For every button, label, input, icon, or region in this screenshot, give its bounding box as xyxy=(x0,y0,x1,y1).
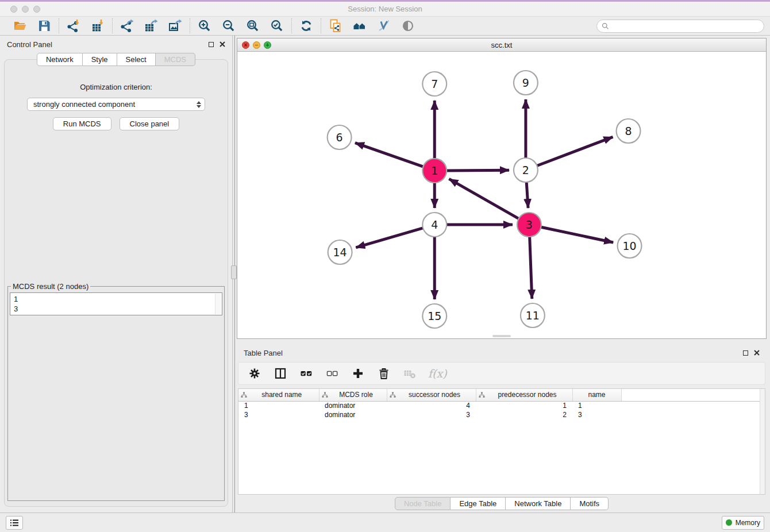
table-panel-header: Table Panel xyxy=(237,344,767,361)
tab-mcds[interactable]: MCDS xyxy=(156,53,195,66)
column-header-shared-name[interactable]: shared name xyxy=(238,389,319,401)
edge-4-14[interactable] xyxy=(356,228,423,248)
tab-node-table[interactable]: Node Table xyxy=(395,497,451,510)
panel-splitter[interactable] xyxy=(232,36,235,512)
cell-predecessor-nodes[interactable]: 1 xyxy=(476,401,572,410)
search-input[interactable] xyxy=(611,22,759,30)
network-node-2[interactable]: 2 xyxy=(514,158,538,182)
network-from-selection-button[interactable] xyxy=(328,18,343,33)
export-table-button[interactable] xyxy=(144,18,159,33)
create-column-button[interactable] xyxy=(351,366,365,381)
import-network-button[interactable] xyxy=(66,18,81,33)
edge-3-11[interactable] xyxy=(530,237,532,299)
apply-layout-button[interactable] xyxy=(299,18,314,33)
edge-3-1[interactable] xyxy=(449,179,518,218)
memory-button[interactable]: Memory xyxy=(722,516,764,530)
column-header-name[interactable]: name xyxy=(572,389,621,401)
network-node-11[interactable]: 11 xyxy=(521,303,545,327)
network-node-14[interactable]: 14 xyxy=(328,240,352,264)
mcds-result-text[interactable]: 1 3 xyxy=(10,293,222,315)
zoom-in-button[interactable] xyxy=(197,18,212,33)
toolbar-group xyxy=(113,18,190,33)
cell-successor-nodes[interactable]: 3 xyxy=(387,410,476,419)
column-type-icon xyxy=(479,392,485,398)
search-box[interactable] xyxy=(596,20,764,33)
network-node-7[interactable]: 7 xyxy=(422,72,446,96)
tab-network[interactable]: Network xyxy=(37,53,83,66)
apply-style-button[interactable] xyxy=(376,18,391,33)
cell-name[interactable]: 3 xyxy=(572,410,621,419)
export-image-button[interactable] xyxy=(168,18,183,33)
close-panel-icon[interactable] xyxy=(220,41,225,47)
network-node-3[interactable]: 3 xyxy=(517,213,541,237)
edge-1-2[interactable] xyxy=(446,170,509,171)
column-header-successor-nodes[interactable]: successor nodes xyxy=(387,389,476,401)
cell-name[interactable]: 1 xyxy=(572,401,621,410)
zoom-fit-button[interactable] xyxy=(245,18,260,33)
edge-2-3[interactable] xyxy=(526,182,528,208)
node-label-8: 8 xyxy=(625,125,632,137)
import-network-icon xyxy=(67,19,80,33)
task-history-button[interactable] xyxy=(6,516,23,530)
edge-3-10[interactable] xyxy=(541,227,613,242)
table-row[interactable]: 3dominator323 xyxy=(238,410,765,419)
tab-style[interactable]: Style xyxy=(83,53,117,66)
column-header-MCDS-role[interactable]: MCDS role xyxy=(319,389,387,401)
cell-shared-name[interactable]: 3 xyxy=(238,410,319,419)
run-mcds-button[interactable]: Run MCDS xyxy=(53,117,111,130)
table-scrollbar[interactable] xyxy=(760,389,765,494)
tab-select[interactable]: Select xyxy=(117,53,156,66)
cell-predecessor-nodes[interactable]: 2 xyxy=(476,410,572,419)
cell-successor-nodes[interactable]: 4 xyxy=(387,401,476,410)
export-network-button[interactable] xyxy=(120,18,134,33)
table-close-panel-icon[interactable] xyxy=(754,350,760,356)
network-window-titlebar[interactable]: × − + scc.txt xyxy=(237,38,766,52)
show-columns-button[interactable] xyxy=(273,366,288,381)
zoom-selected-button[interactable] xyxy=(270,18,284,33)
cell-MCDS-role[interactable]: dominator xyxy=(319,410,387,419)
table-settings-button[interactable] xyxy=(247,366,262,381)
cell-shared-name[interactable]: 1 xyxy=(238,401,319,410)
cell-MCDS-role[interactable]: dominator xyxy=(319,401,387,410)
import-table-button[interactable] xyxy=(90,18,105,33)
result-scrollbar[interactable] xyxy=(215,294,221,314)
node-table: shared nameMCDS rolesuccessor nodesprede… xyxy=(238,388,765,495)
table-row[interactable]: 1dominator411 xyxy=(238,401,765,410)
open-session-button[interactable] xyxy=(13,18,28,33)
tab-network-table[interactable]: Network Table xyxy=(506,497,571,510)
criterion-dropdown[interactable]: strongly connected component xyxy=(27,98,205,111)
network-node-1[interactable]: 1 xyxy=(422,159,446,183)
home-button[interactable] xyxy=(352,18,367,33)
node-label-2: 2 xyxy=(522,164,529,176)
zoom-out-button[interactable] xyxy=(221,18,236,33)
splitter-grip[interactable] xyxy=(231,265,237,279)
apply-layout-icon xyxy=(299,19,313,33)
table-panel: Table Panel f(x) shared nameMCDS rolesuc… xyxy=(237,344,767,512)
criterion-value: strongly connected component xyxy=(33,100,197,109)
tab-motifs[interactable]: Motifs xyxy=(571,497,609,510)
network-node-8[interactable]: 8 xyxy=(617,119,641,143)
column-header-predecessor-nodes[interactable]: predecessor nodes xyxy=(476,389,572,401)
network-node-9[interactable]: 9 xyxy=(514,71,538,95)
table-float-panel-icon[interactable] xyxy=(743,350,748,356)
network-hscroll-grip[interactable] xyxy=(492,335,511,337)
edge-2-8[interactable] xyxy=(537,137,613,165)
tab-edge-table[interactable]: Edge Table xyxy=(451,497,506,510)
close-panel-button[interactable]: Close panel xyxy=(120,117,180,130)
unselect-all-columns-button[interactable] xyxy=(325,366,340,381)
status-bar: Memory xyxy=(0,512,770,532)
save-session-button[interactable] xyxy=(37,18,52,33)
edge-1-6[interactable] xyxy=(355,143,424,167)
node-label-4: 4 xyxy=(431,218,438,231)
network-node-6[interactable]: 6 xyxy=(328,125,352,149)
network-node-10[interactable]: 10 xyxy=(618,234,642,258)
node-label-3: 3 xyxy=(526,218,533,231)
network-node-15[interactable]: 15 xyxy=(422,304,446,328)
select-all-columns-button[interactable] xyxy=(299,366,314,381)
delete-columns-button[interactable] xyxy=(376,366,391,381)
show-graphics-details-button[interactable] xyxy=(401,18,415,33)
network-canvas[interactable]: 1234678910111415 xyxy=(237,52,766,338)
network-node-4[interactable]: 4 xyxy=(422,213,446,237)
float-panel-icon[interactable] xyxy=(209,42,214,47)
cell-filler xyxy=(621,401,765,410)
